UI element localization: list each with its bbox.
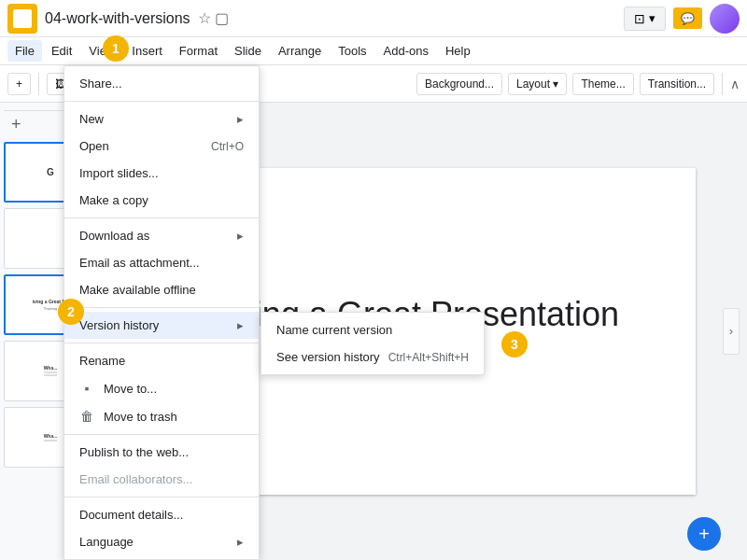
file-menu-version[interactable]: Version history ▸ Name current version S… xyxy=(64,312,259,339)
file-menu-emailcollab: Email collaborators... xyxy=(64,466,259,493)
separator-1 xyxy=(64,101,259,102)
menu-item-file[interactable]: File xyxy=(7,40,42,62)
version-label: Version history xyxy=(79,318,159,332)
panel-collapse-arrow[interactable]: › xyxy=(723,308,740,355)
theme-button[interactable]: Theme... xyxy=(572,73,633,95)
app-icon-inner xyxy=(13,9,32,28)
menu-item-help[interactable]: Help xyxy=(438,40,478,62)
add-slide-icon[interactable]: + xyxy=(11,115,21,134)
toolbar-collapse-icon[interactable]: ∧ xyxy=(730,77,740,91)
file-menu-trash[interactable]: 🗑 Move to trash xyxy=(64,402,259,430)
name-current-label: Name current version xyxy=(276,323,392,337)
email-label: Email as attachment... xyxy=(79,256,200,270)
new-label: New xyxy=(79,112,104,126)
add-fab-button[interactable]: + xyxy=(687,517,721,551)
version-name-current[interactable]: Name current version xyxy=(261,316,484,343)
menu-item-edit[interactable]: Edit xyxy=(44,40,79,62)
menu-item-slide[interactable]: Slide xyxy=(227,40,269,62)
comments-icon: 💬 xyxy=(681,12,695,25)
download-arrow: ▸ xyxy=(237,229,244,243)
details-label: Document details... xyxy=(79,508,183,522)
share-label: Share... xyxy=(79,77,122,91)
menu-item-arrange[interactable]: Arrange xyxy=(271,40,329,62)
slide-thumb-content-5: Wha... xyxy=(40,429,62,446)
language-label: Language xyxy=(79,535,134,549)
offline-label: Make available offline xyxy=(79,283,196,297)
app-icon xyxy=(7,4,37,34)
moveto-label: Move to... xyxy=(104,382,157,396)
file-menu-copy[interactable]: Make a copy xyxy=(64,187,259,214)
step-badge-1: 1 xyxy=(103,35,129,62)
toolbar-separator-1 xyxy=(38,73,39,95)
new-arrow: ▸ xyxy=(237,112,244,126)
file-menu-moveto[interactable]: ▪ Move to... xyxy=(64,374,259,402)
folder-move-icon: ▪ xyxy=(79,381,94,396)
open-shortcut: Ctrl+O xyxy=(211,140,244,153)
star-icon[interactable]: ☆ xyxy=(198,9,211,27)
file-menu-open[interactable]: Open Ctrl+O xyxy=(64,133,259,160)
menu-item-format[interactable]: Format xyxy=(172,40,225,62)
avatar-image xyxy=(710,4,740,34)
publish-label: Publish to the web... xyxy=(79,445,189,459)
import-label: Import slides... xyxy=(79,166,159,180)
file-menu-details[interactable]: Document details... xyxy=(64,501,259,528)
see-history-shortcut: Ctrl+Alt+Shift+H xyxy=(388,351,469,364)
see-history-label: See version history xyxy=(276,350,380,364)
separator-5 xyxy=(64,434,259,435)
rename-label: Rename xyxy=(79,354,125,368)
add-slide-button[interactable]: + xyxy=(7,73,31,95)
file-menu-publish[interactable]: Publish to the web... xyxy=(64,439,259,466)
copy-label: Make a copy xyxy=(79,193,148,207)
file-menu-import[interactable]: Import slides... xyxy=(64,160,259,187)
step-badge-2: 2 xyxy=(58,299,84,325)
separator-6 xyxy=(64,497,259,497)
file-menu-share[interactable]: Share... xyxy=(64,70,259,97)
avatar[interactable] xyxy=(710,4,740,34)
separator-4 xyxy=(64,343,259,343)
file-menu-new[interactable]: New ▸ xyxy=(64,105,259,133)
doc-title: 04-work-with-versions xyxy=(45,10,190,27)
toolbar-separator-3 xyxy=(722,73,723,95)
file-menu-rename[interactable]: Rename xyxy=(64,347,259,374)
folder-icon[interactable]: ▢ xyxy=(215,9,229,27)
language-arrow: ▸ xyxy=(237,535,244,549)
transition-button[interactable]: Transition... xyxy=(640,73,714,95)
trash-label: Move to trash xyxy=(104,410,177,424)
trash-icon: 🗑 xyxy=(79,409,94,424)
comments-button[interactable]: 💬 xyxy=(673,7,702,29)
file-dropdown: Share... New ▸ Open Ctrl+O Import slides… xyxy=(63,65,260,560)
version-see-history[interactable]: See version history Ctrl+Alt+Shift+H xyxy=(261,343,484,371)
slide-thumb-content-4: Wha... xyxy=(40,361,62,381)
present-icon: ⊡ xyxy=(634,11,645,26)
header-right: ⊡ ▾ 💬 xyxy=(624,4,740,34)
separator-2 xyxy=(64,217,259,218)
menu-item-addons[interactable]: Add-ons xyxy=(376,40,436,62)
file-menu-email[interactable]: Email as attachment... xyxy=(64,249,259,276)
title-bar: 04-work-with-versions ☆ ▢ ⊡ ▾ 💬 xyxy=(0,0,747,37)
slide-thumb-content-2 xyxy=(47,231,54,247)
file-menu-download[interactable]: Download as ▸ xyxy=(64,222,259,249)
menu-item-tools[interactable]: Tools xyxy=(331,40,374,62)
present-button[interactable]: ⊡ ▾ xyxy=(624,7,666,31)
separator-3 xyxy=(64,307,259,308)
version-arrow: ▸ xyxy=(237,318,244,332)
step-badge-3: 3 xyxy=(501,331,528,357)
file-menu-language[interactable]: Language ▸ xyxy=(64,528,259,555)
layout-button[interactable]: Layout xyxy=(508,73,567,95)
present-arrow: ▾ xyxy=(649,11,655,25)
download-label: Download as xyxy=(79,229,149,243)
menu-item-insert[interactable]: Insert xyxy=(124,40,170,62)
emailcollab-label: Email collaborators... xyxy=(79,472,192,486)
file-menu-offline[interactable]: Make available offline xyxy=(64,276,259,303)
background-button[interactable]: Background... xyxy=(416,73,502,95)
open-label: Open xyxy=(79,139,109,153)
slide-thumb-content-1: G xyxy=(43,163,58,181)
version-submenu: Name current version See version history… xyxy=(261,312,485,375)
